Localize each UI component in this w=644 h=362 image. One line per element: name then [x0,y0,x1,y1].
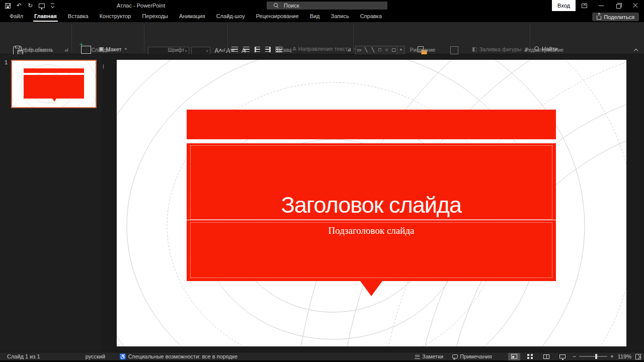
collapse-ribbon-icon[interactable] [634,48,638,52]
slide-editor-area: Заголовок слайда Подзаголовок слайда [104,54,644,352]
zoom-level[interactable]: 119% [618,353,631,359]
zoom-in-button[interactable]: + [610,354,614,359]
title-placeholder[interactable]: Заголовок слайда [190,145,552,220]
search-input[interactable]: Поиск [267,2,387,10]
tab-record[interactable]: Запись [326,11,355,22]
slideshow-view-button[interactable] [556,353,569,360]
group-label-clipboard: Буфер обмена [10,47,60,53]
font-dialog-launcher[interactable] [221,48,226,52]
reading-view-icon [543,354,549,359]
group-separator [227,24,228,52]
slide-sorter-icon [527,354,533,359]
title-bar: ↶ ↻ Атлас - PowerPoint Поиск Вход [0,0,644,11]
decrease-indent-button[interactable] [255,47,260,52]
sign-in-button[interactable]: Вход [552,0,576,11]
group-separator [144,24,144,52]
slideshow-view-icon [559,354,566,358]
normal-view-icon [511,354,517,359]
numbering-button[interactable] [243,47,250,52]
thumbnail-pointer [52,99,56,102]
save-icon[interactable] [5,3,11,9]
slide-title-block: Заголовок слайда Подзаголовок слайда [187,143,556,281]
quick-styles-icon [450,46,458,54]
shape-fill-icon: ◧ [472,46,477,52]
paragraph-dialog-launcher[interactable] [347,48,352,52]
group-separator [71,24,72,52]
share-button[interactable]: Поделиться [592,13,639,21]
ribbon-display-options-button[interactable] [576,0,593,11]
tab-help[interactable]: Справка [355,11,387,22]
thumbnail-slide-number: 1 [5,59,8,65]
customize-qat-icon[interactable] [51,4,54,8]
notes-icon [415,354,420,359]
notes-toggle[interactable]: Заметки [415,353,443,359]
slide-title-text: Заголовок слайда [281,194,461,219]
tab-file[interactable]: Файл [4,11,29,22]
close-button[interactable] [627,0,644,11]
bullets-button[interactable] [231,47,238,52]
ribbon: Вставить ✂ Вырезать Копировать ✎ Формат … [0,22,644,54]
comments-icon [452,354,458,358]
shape-rectangle-icon[interactable]: □ [376,46,383,53]
search-placeholder: Поиск [284,3,299,9]
document-title: Атлас - PowerPoint [117,0,165,11]
tab-design[interactable]: Конструктор [94,11,137,22]
status-bar: Слайд 1 из 1 русский ♿ Специальные возмо… [0,352,644,360]
tab-slideshow[interactable]: Слайд-шоу [211,11,251,22]
group-label-drawing: Рисование [403,47,443,53]
minimize-icon [599,6,604,6]
shape-textbox-icon[interactable]: ▭ [356,46,363,53]
slide-thumbnail-1[interactable] [11,60,97,108]
group-label-paragraph: Абзац [264,47,304,53]
slide-subtitle-text: Подзаголовок слайда [329,223,415,236]
zoom-controls: − + [573,354,614,359]
quick-access-toolbar: ↶ ↻ [5,0,54,11]
ribbon-display-options-icon [582,4,587,8]
zoom-out-button[interactable]: − [573,354,576,359]
accessibility-checker[interactable]: ♿ Специальные возможности: все в порядке [119,353,237,360]
reading-view-button[interactable] [540,353,552,360]
thumbnail-title-block [24,75,84,99]
language-indicator[interactable]: русский [86,353,105,359]
slide-canvas[interactable]: Заголовок слайда Подзаголовок слайда [117,60,626,346]
slide-top-banner[interactable] [187,110,556,139]
tab-home[interactable]: Главная [29,11,62,22]
redo-icon[interactable]: ↻ [28,0,33,11]
group-label-font: Шрифт [156,47,196,53]
shape-oval-icon[interactable]: ○ [383,46,390,53]
shape-rounded-rect-icon[interactable]: ▢ [390,46,397,53]
share-icon [597,16,601,20]
tab-view[interactable]: Вид [304,11,326,22]
zoom-slider[interactable] [579,356,607,357]
accessibility-icon: ♿ [119,353,126,360]
zoom-slider-thumb[interactable] [595,354,597,359]
shape-line-icon[interactable]: ╲ [363,46,370,53]
comments-toggle[interactable]: Примечания [452,353,492,359]
clipboard-dialog-launcher[interactable] [64,48,69,52]
slide-sorter-view-button[interactable] [524,353,536,360]
group-label-editing: Редактирование [514,47,575,53]
slide-counter[interactable]: Слайд 1 из 1 [7,353,40,359]
restore-button[interactable] [610,0,627,11]
subtitle-placeholder[interactable]: Подзаголовок слайда [190,222,552,278]
tab-insert[interactable]: Вставка [62,11,94,22]
normal-view-button[interactable] [508,353,520,360]
tab-animations[interactable]: Анимация [174,11,211,22]
slide-pointer-triangle [360,281,382,296]
ribbon-tabs: Файл Главная Вставка Конструктор Переход… [0,11,644,22]
close-icon [633,3,638,8]
window-controls: Вход [552,0,644,11]
group-separator [353,24,354,52]
slideshow-from-start-icon[interactable] [39,4,45,8]
fit-slide-to-window-icon[interactable] [635,354,641,359]
undo-icon[interactable]: ↶ [17,0,22,11]
shape-arrow-icon[interactable]: ╲ [369,46,376,53]
group-label-slides: Слайды [80,47,121,53]
minimize-button[interactable] [593,0,610,11]
thumbnail-top-banner [24,68,84,73]
share-label: Поделиться [604,14,634,20]
restore-icon [616,4,621,9]
tab-review[interactable]: Рецензирование [251,11,304,22]
search-icon [274,3,279,8]
tab-transitions[interactable]: Переходы [136,11,174,22]
